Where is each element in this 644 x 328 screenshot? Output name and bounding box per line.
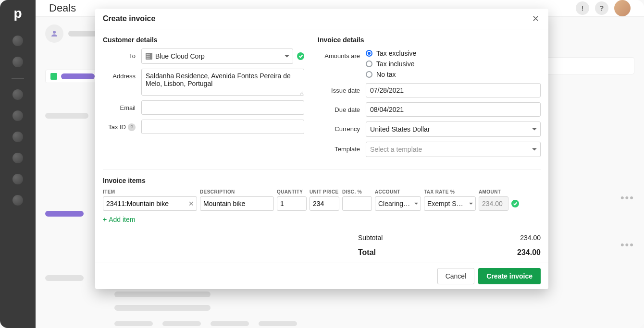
subtotal-label: Subtotal: [358, 234, 383, 242]
th-item: ITEM: [103, 189, 197, 194]
modal-title: Create invoice: [103, 14, 155, 23]
th-quantity: QUANTITY: [277, 189, 307, 194]
item-quantity-input[interactable]: [277, 196, 307, 211]
item-discount-input[interactable]: [342, 196, 372, 211]
section-title-items: Invoice items: [103, 177, 541, 184]
close-icon[interactable]: ✕: [530, 13, 541, 24]
label-email: Email: [103, 100, 141, 111]
th-amount: AMOUNT: [479, 189, 508, 194]
total-value: 234.00: [517, 248, 541, 257]
label-to: To: [103, 49, 141, 60]
email-input[interactable]: [141, 100, 304, 115]
modal-overlay: Create invoice ✕ Customer details To Blu…: [0, 0, 644, 328]
label-taxid: Tax ID?: [103, 120, 141, 131]
label-amounts-are: Amounts are: [318, 49, 366, 60]
create-invoice-modal: Create invoice ✕ Customer details To Blu…: [95, 9, 548, 289]
items-table-header: ITEM DESCRIPTION QUANTITY UNIT PRICE DIS…: [103, 189, 541, 194]
address-input[interactable]: [141, 69, 304, 96]
label-address: Address: [103, 69, 141, 80]
table-row: ✕ Clearing Acc… Exempt Sale…: [103, 196, 541, 211]
modal-body: Customer details To Blue Cloud Corp: [95, 29, 548, 263]
radio-tax-exclusive[interactable]: Tax exclusive: [366, 49, 416, 57]
item-unit-price-input[interactable]: [310, 196, 339, 211]
modal-footer: Cancel Create invoice: [95, 263, 548, 289]
add-item-button[interactable]: + Add item: [103, 216, 135, 223]
radio-no-tax[interactable]: No tax: [366, 71, 416, 78]
amounts-are-radio-group: Tax exclusive Tax inclusive No tax: [366, 49, 416, 78]
cancel-button[interactable]: Cancel: [437, 268, 475, 284]
label-issue-date: Issue date: [318, 83, 366, 94]
th-description: DESCRIPTION: [200, 189, 274, 194]
th-account: ACCOUNT: [375, 189, 421, 194]
th-tax-rate: TAX RATE %: [424, 189, 476, 194]
item-name-input[interactable]: [103, 196, 197, 211]
taxid-input[interactable]: [141, 120, 304, 134]
th-discount: DISC. %: [342, 189, 372, 194]
due-date-input[interactable]: [366, 102, 541, 117]
item-tax-rate-select[interactable]: Exempt Sale…: [424, 196, 476, 211]
totals: Subtotal 234.00 Total 234.00: [358, 232, 541, 259]
building-icon: [146, 53, 152, 60]
to-value: Blue Cloud Corp: [155, 52, 205, 60]
item-description-input[interactable]: [200, 196, 274, 211]
subtotal-value: 234.00: [520, 234, 541, 242]
currency-select[interactable]: United States Dollar: [366, 121, 541, 137]
help-icon[interactable]: ?: [128, 123, 136, 131]
total-label: Total: [358, 248, 376, 257]
check-icon: [297, 52, 304, 60]
label-currency: Currency: [318, 121, 366, 133]
create-invoice-button[interactable]: Create invoice: [478, 268, 541, 284]
issue-date-input[interactable]: [366, 83, 541, 97]
plus-icon: +: [103, 216, 107, 223]
template-select[interactable]: Select a template: [366, 142, 541, 157]
check-icon: [511, 200, 519, 207]
section-title-invoice: Invoice details: [318, 36, 541, 44]
modal-header: Create invoice ✕: [95, 9, 548, 29]
item-account-select[interactable]: Clearing Acc…: [375, 196, 421, 211]
th-unit-price: UNIT PRICE: [310, 189, 339, 194]
item-amount-output: [479, 196, 508, 211]
to-select[interactable]: Blue Cloud Corp: [141, 49, 293, 64]
clear-icon[interactable]: ✕: [188, 200, 194, 207]
section-title-customer: Customer details: [103, 36, 304, 44]
label-template: Template: [318, 142, 366, 153]
radio-tax-inclusive[interactable]: Tax inclusive: [366, 60, 416, 68]
label-due-date: Due date: [318, 102, 366, 113]
